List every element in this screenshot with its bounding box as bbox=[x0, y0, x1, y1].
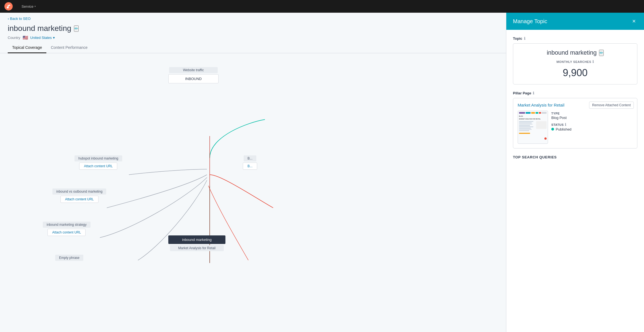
status-value-row: Published bbox=[551, 127, 571, 131]
left-content: ‹ Back to SEO inbound marketing ✏ Countr… bbox=[0, 13, 506, 332]
page-title: inbound marketing bbox=[8, 24, 71, 33]
right-panel: Manage Topic × Topic ℹ inbound marketing… bbox=[506, 13, 644, 332]
type-label: Type bbox=[551, 112, 571, 115]
center-traffic-node: Website traffic INBOUND bbox=[168, 67, 219, 83]
node-empty-phrase: Empty phrase bbox=[55, 255, 83, 261]
traffic-label: Website traffic bbox=[169, 67, 218, 73]
node-b-right: B... B... bbox=[243, 155, 257, 170]
node-hubspot-inbound: hubspot inbound marketing Attach content… bbox=[74, 155, 122, 170]
panel-body: Topic ℹ inbound marketing ✏ MONTHLY SEAR… bbox=[506, 30, 644, 166]
node-strategy-label: inbound marketing strategy bbox=[43, 222, 91, 228]
nav-chevron-service: ▾ bbox=[34, 5, 36, 8]
tab-content-performance[interactable]: Content Performance bbox=[46, 43, 92, 53]
topic-section: Topic ℹ inbound marketing ✏ MONTHLY SEAR… bbox=[513, 36, 637, 84]
top-search-label: TOP SEARCH QUERIES bbox=[513, 155, 637, 159]
pillar-type-row: Type Blog Post bbox=[551, 112, 571, 120]
topic-section-label: Topic ℹ bbox=[513, 36, 637, 41]
us-flag-icon: 🇺🇸 bbox=[23, 35, 28, 40]
pillar-meta: Type Blog Post Status ℹ Publis bbox=[551, 111, 571, 144]
pillar-section-label: Pillar Page ℹ bbox=[513, 91, 637, 95]
chevron-left-icon: ‹ bbox=[8, 17, 9, 21]
country-row: Country 🇺🇸 United States ▾ bbox=[0, 33, 506, 43]
topic-card-title-row: inbound marketing ✏ bbox=[547, 49, 603, 56]
node-hubspot-label: hubspot inbound marketing bbox=[74, 155, 122, 161]
type-value: Blog Post bbox=[551, 116, 571, 120]
country-name: United States bbox=[30, 36, 52, 40]
topic-card-name: inbound marketing bbox=[547, 49, 597, 56]
node-b-label: B... bbox=[244, 155, 256, 161]
back-to-seo-link[interactable]: ‹ Back to SEO bbox=[8, 17, 498, 21]
country-selector[interactable]: United States ▾ bbox=[30, 36, 55, 40]
node-inbound-strategy: inbound marketing strategy Attach conten… bbox=[43, 222, 91, 236]
breadcrumb-label: Back to SEO bbox=[10, 17, 30, 21]
top-search-section: TOP SEARCH QUERIES bbox=[513, 155, 637, 159]
node-inbound-vs: inbound vs outbound marketing Attach con… bbox=[52, 188, 106, 203]
panel-header: Manage Topic × bbox=[506, 13, 644, 30]
main-layout: ‹ Back to SEO inbound marketing ✏ Countr… bbox=[0, 13, 644, 332]
center-main-node: inbound marketing Market Analysis for Re… bbox=[168, 235, 225, 251]
pillar-card: Remove Attached Content Market Analysis … bbox=[513, 98, 637, 148]
pillar-content-row: BLOG MARKET ANALYSIS FOR RETAIL bbox=[518, 111, 633, 144]
edit-title-button[interactable]: ✏ bbox=[74, 25, 79, 32]
topic-info-icon: ℹ bbox=[524, 36, 525, 41]
node-b-attach: B... bbox=[243, 163, 257, 170]
node-vs-attach[interactable]: Attach content URL bbox=[60, 196, 99, 203]
topic-card-edit-button[interactable]: ✏ bbox=[599, 50, 604, 56]
status-value: Published bbox=[556, 127, 571, 131]
panel-title: Manage Topic bbox=[513, 18, 547, 25]
panel-close-button[interactable]: × bbox=[630, 18, 637, 25]
top-navigation: Contacts▾Conversations▾Marketing▾Sales▾S… bbox=[0, 0, 644, 13]
pillar-status-row: Status ℹ Published bbox=[551, 123, 571, 131]
page-header: inbound marketing ✏ bbox=[0, 22, 506, 33]
monthly-searches-value: 9,900 bbox=[563, 67, 587, 79]
hubspot-logo[interactable] bbox=[4, 2, 13, 10]
tab-topical-coverage[interactable]: Topical Coverage bbox=[8, 43, 46, 53]
pillar-info-icon: ℹ bbox=[533, 91, 534, 95]
monthly-searches-label: MONTHLY SEARCHES ℹ bbox=[557, 60, 594, 64]
status-dot bbox=[551, 128, 554, 131]
svg-point-1 bbox=[9, 5, 10, 6]
monthly-searches-info-icon: ℹ bbox=[592, 60, 594, 64]
topic-map: Website traffic INBOUND hubspot inbound … bbox=[0, 53, 506, 325]
status-label: Status ℹ bbox=[551, 123, 571, 127]
chevron-down-icon: ▾ bbox=[53, 36, 55, 40]
breadcrumb-bar: ‹ Back to SEO bbox=[0, 13, 506, 22]
status-info-icon: ℹ bbox=[565, 123, 566, 127]
country-label: Country bbox=[8, 36, 20, 40]
remove-attached-content-button[interactable]: Remove Attached Content bbox=[589, 102, 634, 109]
empty-phrase-label: Empty phrase bbox=[55, 255, 83, 261]
pillar-section: Pillar Page ℹ Remove Attached Content Ma… bbox=[513, 91, 637, 148]
nav-item-service[interactable]: Service▾ bbox=[18, 0, 57, 13]
topic-card: inbound marketing ✏ MONTHLY SEARCHES ℹ 9… bbox=[513, 43, 637, 84]
main-inbound-box: inbound marketing bbox=[168, 235, 225, 244]
node-strategy-attach[interactable]: Attach content URL bbox=[47, 229, 86, 236]
market-label-box: Market Analysis for Retail bbox=[170, 245, 224, 251]
tabs-bar: Topical Coverage Content Performance bbox=[0, 43, 506, 53]
pillar-thumbnail: BLOG MARKET ANALYSIS FOR RETAIL bbox=[518, 111, 548, 144]
inbound-label-box: INBOUND bbox=[168, 74, 219, 83]
node-hubspot-attach[interactable]: Attach content URL bbox=[79, 163, 117, 170]
node-vs-label: inbound vs outbound marketing bbox=[52, 188, 106, 195]
